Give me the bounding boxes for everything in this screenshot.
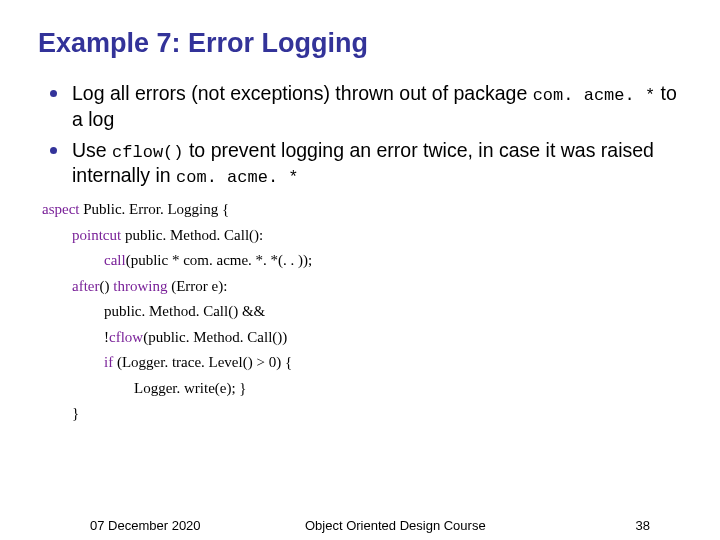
keyword: if <box>104 354 113 370</box>
footer-page: 38 <box>636 518 650 533</box>
code-inline: com. acme. * <box>533 86 655 105</box>
code-text: (Logger. trace. Level() > 0) { <box>113 354 292 370</box>
code-block: aspect Public. Error. Logging { pointcut… <box>38 197 682 427</box>
code-text: public. Method. Call() && <box>104 303 265 319</box>
code-text: Logger. write(e); } <box>134 380 247 396</box>
keyword: throwing <box>113 278 167 294</box>
code-line: pointcut public. Method. Call(): <box>42 223 682 249</box>
code-line: !cflow(public. Method. Call()) <box>42 325 682 351</box>
keyword: after <box>72 278 99 294</box>
code-text: (public * com. acme. *. *(. . )); <box>126 252 313 268</box>
code-text: (Error e): <box>167 278 227 294</box>
bullet-text: Log all errors (not exceptions) thrown o… <box>72 82 533 104</box>
code-line: if (Logger. trace. Level() > 0) { <box>42 350 682 376</box>
code-line: } <box>42 401 682 427</box>
footer-course: Object Oriented Design Course <box>305 518 486 533</box>
code-inline: cflow() <box>112 143 183 162</box>
code-line: call(public * com. acme. *. *(. . )); <box>42 248 682 274</box>
code-line: Logger. write(e); } <box>42 376 682 402</box>
code-line: public. Method. Call() && <box>42 299 682 325</box>
footer-date: 07 December 2020 <box>90 518 201 533</box>
code-text: } <box>72 405 79 421</box>
bullet-text: Use <box>72 139 112 161</box>
keyword: aspect <box>42 201 79 217</box>
code-text: () <box>99 278 113 294</box>
keyword: call <box>104 252 126 268</box>
keyword: pointcut <box>72 227 121 243</box>
code-text: (public. Method. Call()) <box>143 329 287 345</box>
code-inline: com. acme. * <box>176 168 298 187</box>
bullet-item: Log all errors (not exceptions) thrown o… <box>48 81 682 132</box>
code-text: Public. Error. Logging { <box>79 201 229 217</box>
slide-title: Example 7: Error Logging <box>38 28 682 59</box>
code-line: aspect Public. Error. Logging { <box>42 197 682 223</box>
bullet-item: Use cflow() to prevent logging an error … <box>48 138 682 190</box>
keyword: cflow <box>109 329 143 345</box>
bullet-list: Log all errors (not exceptions) thrown o… <box>38 81 682 189</box>
code-text: public. Method. Call(): <box>121 227 263 243</box>
code-line: after() throwing (Error e): <box>42 274 682 300</box>
